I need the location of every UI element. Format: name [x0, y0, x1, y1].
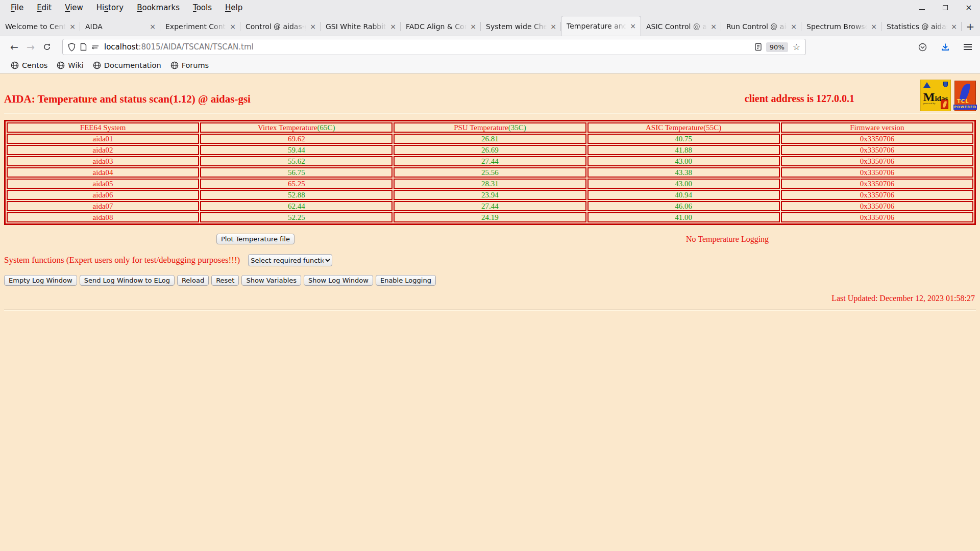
pocket-icon[interactable]: [918, 43, 927, 52]
psu-cell: 27.44: [394, 201, 586, 211]
tab-close-icon[interactable]: ×: [629, 22, 637, 30]
plot-temperature-button[interactable]: Plot Temperature file: [216, 234, 295, 244]
tab-close-icon[interactable]: ×: [389, 22, 397, 31]
reset-button[interactable]: Reset: [211, 275, 239, 286]
tab-title: Statistics @ aidas-: [887, 22, 950, 31]
menu-view[interactable]: View: [58, 2, 90, 13]
firmware-cell: 0x3350706: [781, 134, 973, 144]
page-content: AIDA: Temperature and status scan(1.12) …: [0, 73, 980, 551]
tab-close-icon[interactable]: ×: [709, 22, 718, 31]
psu-cell: 25.56: [394, 167, 586, 178]
show-variables-button[interactable]: Show Variables: [241, 275, 301, 286]
bookmark-forums[interactable]: Forums: [166, 60, 214, 70]
asic-cell: 43.38: [587, 167, 780, 178]
tab-temperature-and-s[interactable]: Temperature and s×: [561, 16, 641, 36]
new-tab-button[interactable]: +: [962, 17, 979, 36]
window-controls: ×: [918, 0, 973, 15]
menu-help[interactable]: Help: [218, 2, 249, 13]
tab-close-icon[interactable]: ×: [68, 22, 77, 31]
tab-close-icon[interactable]: ×: [790, 22, 798, 31]
close-icon[interactable]: ×: [965, 4, 973, 12]
tab-run-control-aida[interactable]: Run Control @ aida×: [721, 17, 801, 36]
menu-file[interactable]: File: [4, 2, 30, 13]
function-select[interactable]: Select required function: [248, 254, 332, 266]
tab-aida[interactable]: AIDA×: [80, 17, 160, 36]
column-header: PSU Temperature(35C): [394, 122, 586, 133]
url-text[interactable]: localhost:8015/AIDA/TSCAN/TSCAN.tml: [104, 42, 254, 52]
virtex-cell: 56.75: [200, 167, 393, 178]
zoom-level-badge[interactable]: 90%: [766, 42, 788, 52]
tab-gsi-white-rabbit-t[interactable]: GSI White Rabbit T×: [321, 17, 401, 36]
psu-cell: 28.31: [394, 179, 586, 189]
minimize-icon[interactable]: [918, 4, 926, 12]
empty-log-window-button[interactable]: Empty Log Window: [4, 275, 77, 286]
tab-experiment-contro[interactable]: Experiment Contro×: [160, 17, 240, 36]
tab-close-icon[interactable]: ×: [149, 22, 157, 31]
tab-close-icon[interactable]: ×: [950, 22, 958, 31]
virtex-cell: 69.62: [200, 134, 393, 144]
firmware-cell: 0x3350706: [781, 145, 973, 155]
tab-fadc-align-cont[interactable]: FADC Align & Cont×: [401, 17, 481, 36]
reader-mode-icon[interactable]: [755, 43, 762, 51]
tab-close-icon[interactable]: ×: [549, 22, 557, 31]
tab-title: Control @ aidas-gs: [246, 22, 309, 31]
url-bar[interactable]: localhost:8015/AIDA/TSCAN/TSCAN.tml 90% …: [62, 39, 806, 55]
table-row-aida03: aida0355.6227.4443.000x3350706: [7, 156, 973, 166]
tab-asic-control-aid[interactable]: ASIC Control @ aid×: [641, 17, 721, 36]
menu-history[interactable]: History: [90, 2, 130, 13]
tab-close-icon[interactable]: ×: [870, 22, 878, 31]
column-header: Virtex Temperature(65C): [200, 122, 393, 133]
menu-edit[interactable]: Edit: [30, 2, 58, 13]
virtex-cell: 52.88: [200, 190, 393, 200]
shield-icon[interactable]: [68, 43, 76, 52]
virtex-cell: 62.44: [200, 201, 393, 211]
tab-system-wide-check[interactable]: System wide Check×: [481, 17, 561, 36]
virtex-cell: 55.62: [200, 156, 393, 166]
reload-button[interactable]: Reload: [177, 275, 209, 286]
tcl-logo-text: TCL: [957, 98, 969, 104]
hamburger-menu-icon[interactable]: [964, 44, 972, 50]
system-functions-label: System functions (Expert users only for …: [4, 255, 240, 265]
toolbar-right-icons: [918, 43, 974, 52]
tab-close-icon[interactable]: ×: [469, 22, 477, 31]
globe-icon: [170, 61, 179, 69]
firmware-cell: 0x3350706: [781, 212, 973, 222]
menu-bar: FileEditViewHistoryBookmarksToolsHelp ×: [0, 0, 980, 15]
tab-title: Welcome to CentO: [5, 22, 68, 31]
enable-logging-button[interactable]: Enable Logging: [376, 275, 436, 286]
forward-button[interactable]: →: [22, 39, 39, 55]
permissions-icon[interactable]: [91, 44, 100, 50]
table-row-aida08: aida0852.2524.1941.000x3350706: [7, 212, 973, 222]
bookmark-documentation[interactable]: Documentation: [88, 60, 166, 70]
page-info-icon[interactable]: [80, 43, 87, 51]
menu-tools[interactable]: Tools: [186, 2, 218, 13]
bookmark-wiki[interactable]: Wiki: [52, 60, 88, 70]
reload-button[interactable]: [39, 39, 55, 55]
send-log-window-to-elog-button[interactable]: Send Log Window to ELog: [80, 275, 175, 286]
tab-close-icon[interactable]: ×: [309, 22, 317, 31]
firmware-cell: 0x3350706: [781, 167, 973, 178]
back-button[interactable]: ←: [6, 39, 22, 55]
plot-row: Plot Temperature file No Temperature Log…: [0, 233, 980, 248]
downloads-icon[interactable]: [941, 43, 949, 51]
maximize-icon[interactable]: [941, 4, 949, 12]
show-log-window-button[interactable]: Show Log Window: [304, 275, 373, 286]
tab-welcome-to-cento[interactable]: Welcome to CentO×: [0, 17, 80, 36]
menu-bookmarks[interactable]: Bookmarks: [130, 2, 186, 13]
page-title: AIDA: Temperature and status scan(1.12) …: [4, 93, 251, 105]
bookmark-star-icon[interactable]: ☆: [793, 42, 800, 52]
tab-spectrum-browser[interactable]: Spectrum Browser×: [801, 17, 881, 36]
firmware-cell: 0x3350706: [781, 156, 973, 166]
system-functions-row: System functions (Expert users only for …: [4, 254, 980, 266]
tab-control-aidas-gs[interactable]: Control @ aidas-gs×: [240, 17, 321, 36]
tab-close-icon[interactable]: ×: [229, 22, 237, 31]
table-row-aida07: aida0762.4427.4446.060x3350706: [7, 201, 973, 211]
logging-status-text: No Temperature Logging: [686, 235, 769, 244]
system-cell: aida06: [7, 190, 199, 200]
bookmark-label: Centos: [22, 61, 47, 69]
bookmark-centos[interactable]: Centos: [6, 60, 52, 70]
table-row-aida06: aida0652.8823.9440.940x3350706: [7, 190, 973, 200]
tab-statistics-aidas[interactable]: Statistics @ aidas-×: [881, 17, 962, 36]
asic-cell: 43.00: [587, 156, 780, 166]
table-row-aida04: aida0456.7525.5643.380x3350706: [7, 167, 973, 178]
